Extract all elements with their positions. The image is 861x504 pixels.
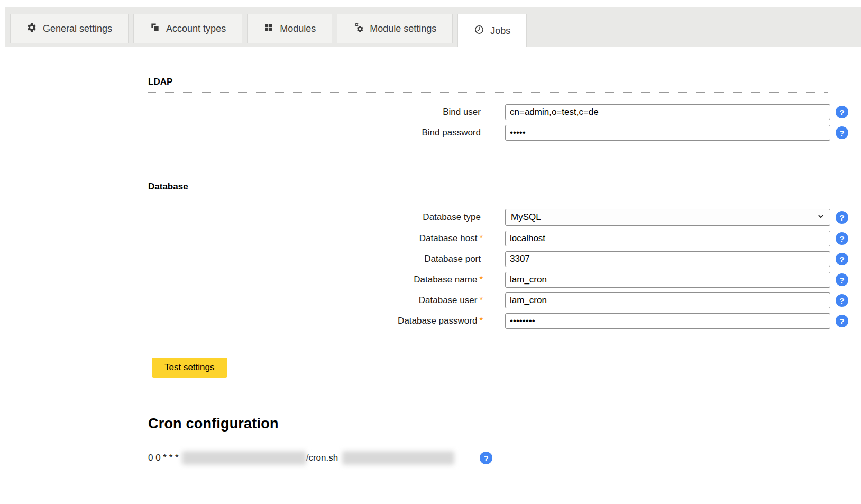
database-user-label: Database user*	[148, 295, 483, 306]
cron-script: /cron.sh	[306, 453, 338, 463]
database-section-title: Database	[148, 181, 828, 197]
database-user-input[interactable]	[505, 292, 830, 308]
database-type-value: MySQL	[511, 212, 541, 223]
ldap-section-title: LDAP	[148, 77, 828, 93]
clock-icon	[474, 24, 484, 38]
bind-user-input[interactable]	[505, 104, 830, 120]
help-icon[interactable]: ?	[836, 211, 848, 224]
tab-label: Jobs	[490, 25, 510, 36]
test-settings-button[interactable]: Test settings	[152, 358, 227, 378]
help-icon[interactable]: ?	[836, 126, 848, 139]
tab-label: General settings	[43, 23, 112, 34]
help-icon[interactable]: ?	[836, 232, 848, 245]
tab-label: Account types	[166, 23, 226, 34]
bind-user-label: Bind user	[148, 107, 483, 117]
tab-module-settings[interactable]: Module settings	[337, 14, 453, 43]
tab-general-settings[interactable]: General settings	[10, 14, 129, 43]
database-port-input[interactable]	[505, 251, 830, 267]
help-icon[interactable]: ?	[836, 315, 848, 327]
bind-password-row: Bind password ?	[148, 125, 828, 141]
modules-grid-icon	[263, 22, 274, 35]
database-host-row: Database host* ?	[148, 231, 828, 246]
database-name-label: Database name*	[148, 274, 483, 285]
database-section: Database Database type MySQL ? Database …	[148, 181, 828, 329]
tab-label: Module settings	[370, 23, 436, 34]
chevron-down-icon	[816, 212, 826, 224]
database-user-row: Database user* ?	[148, 292, 828, 308]
redacted-path	[182, 451, 306, 465]
gears-icon	[353, 22, 364, 35]
tab-bar: General settings Account types Modules M…	[5, 7, 861, 47]
help-icon[interactable]: ?	[836, 294, 848, 307]
required-mark: *	[479, 274, 483, 285]
cron-command-line: 0 0 * * * /cron.sh ?	[148, 451, 861, 465]
tab-label: Modules	[280, 23, 316, 34]
required-mark: *	[479, 295, 483, 305]
jobs-tab-content: LDAP Bind user ? Bind password ? Databas…	[5, 47, 861, 465]
required-mark: *	[479, 316, 483, 326]
ldap-section: LDAP Bind user ? Bind password ?	[148, 77, 828, 141]
database-host-input[interactable]	[505, 231, 830, 246]
settings-panel: General settings Account types Modules M…	[5, 7, 861, 503]
database-host-label: Database host*	[148, 233, 483, 244]
database-port-label: Database port	[148, 254, 483, 264]
database-password-input[interactable]	[505, 313, 830, 329]
database-type-label: Database type	[148, 212, 483, 223]
gear-icon	[26, 22, 37, 35]
database-name-row: Database name* ?	[148, 272, 828, 288]
cron-schedule: 0 0 * * *	[148, 453, 179, 463]
required-mark: *	[479, 233, 483, 243]
cron-configuration-title: Cron configuration	[148, 416, 861, 432]
tab-modules[interactable]: Modules	[247, 14, 332, 43]
database-password-label: Database password*	[148, 316, 483, 326]
redacted-argument	[342, 451, 454, 465]
database-port-row: Database port ?	[148, 251, 828, 267]
bind-password-label: Bind password	[148, 127, 483, 138]
tab-account-types[interactable]: Account types	[133, 14, 242, 43]
database-name-input[interactable]	[505, 272, 830, 288]
account-types-icon	[150, 22, 160, 35]
help-icon[interactable]: ?	[836, 106, 848, 118]
help-icon[interactable]: ?	[480, 452, 492, 464]
help-icon[interactable]: ?	[836, 253, 848, 265]
help-icon[interactable]: ?	[836, 273, 848, 286]
tab-jobs[interactable]: Jobs	[457, 14, 527, 47]
bind-password-input[interactable]	[505, 125, 830, 141]
database-password-row: Database password* ?	[148, 313, 828, 329]
database-type-row: Database type MySQL ?	[148, 209, 828, 226]
database-type-select[interactable]: MySQL	[505, 209, 830, 226]
bind-user-row: Bind user ?	[148, 104, 828, 120]
